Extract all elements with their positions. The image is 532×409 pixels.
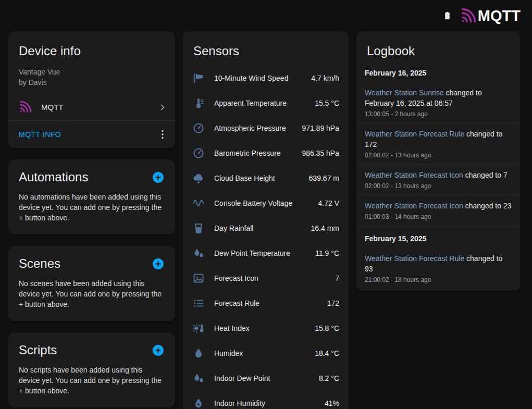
sensor-value: 15.5 °C [315, 99, 339, 107]
logbook-list: February 16, 2025 Weather Station Sunris… [356, 60, 521, 289]
sensor-row[interactable]: % Indoor Humidity 41% [183, 391, 349, 409]
plus-circle-icon [152, 344, 165, 357]
mqtt-signal-icon [460, 8, 476, 24]
sensor-row[interactable]: Humidex 18.4 °C [183, 341, 349, 366]
logbook-entry-time: 13:00:05 - 2 hours ago [365, 110, 512, 118]
scripts-empty-text: No scripts have been added using this de… [8, 357, 175, 407]
mqtt-signal-icon [19, 101, 32, 114]
sensors-title: Sensors [183, 31, 349, 66]
water-drops-icon [192, 372, 205, 385]
kebab-menu-icon[interactable] [156, 128, 169, 141]
logbook-entity-link[interactable]: Weather Station Sunrise [365, 89, 444, 97]
list-bulleted-icon [192, 297, 205, 309]
sensor-name: Forecast Rule [214, 299, 318, 307]
sensor-value: 18.4 °C [315, 349, 339, 357]
sensor-list: 10-Minute Wind Speed 4.7 km/h Apparent T… [183, 66, 349, 409]
scripts-head: Scripts [8, 332, 175, 357]
sensor-name: 10-Minute Wind Speed [214, 74, 302, 82]
scenes-empty-text: No scenes have been added using this dev… [8, 271, 175, 321]
logbook-entry: Weather Station Forecast Rule changed to… [356, 248, 521, 289]
battery-icon [443, 8, 452, 23]
sensor-name: Barometric Pressure [214, 149, 292, 157]
logbook-entity-link[interactable]: Weather Station Forecast Rule [365, 130, 464, 138]
thermometer-lines-icon [192, 97, 205, 109]
add-automation-button[interactable] [152, 171, 165, 184]
scripts-title: Scripts [19, 343, 57, 357]
sensor-value: 4.7 km/h [311, 74, 339, 82]
sensor-value: 172 [327, 299, 339, 307]
sensor-row[interactable]: 10-Minute Wind Speed 4.7 km/h [183, 66, 349, 91]
middle-column: Sensors 10-Minute Wind Speed 4.7 km/h Ap… [183, 31, 349, 409]
logbook-action-text: changed to 7 [463, 171, 508, 179]
sensor-row[interactable]: Apparent Temperature 15.5 °C [183, 91, 349, 116]
device-info-title: Device info [19, 44, 165, 58]
sensor-row[interactable]: Atmospheric Pressure 971.89 hPa [183, 116, 349, 141]
sensor-name: Indoor Dew Point [214, 374, 310, 382]
scenes-title: Scenes [19, 256, 60, 271]
device-model: Vantage Vue [19, 67, 165, 77]
sensor-row[interactable]: Forecast Icon 7 [183, 266, 349, 291]
sensor-value: 16.4 mm [311, 224, 339, 232]
add-scene-button[interactable] [152, 257, 165, 270]
logbook-entry-time: 21:00:02 - 18 hours ago [365, 276, 512, 283]
add-script-button[interactable] [152, 344, 165, 357]
mqtt-connection-label: MQTT [41, 103, 148, 111]
sensor-value: 15.8 °C [315, 324, 339, 332]
sensor-name: Atmospheric Pressure [214, 124, 292, 132]
sensor-value: 11.9 °C [315, 249, 339, 257]
logbook-entry: Weather Station Forecast Rule changed to… [356, 123, 521, 165]
sensor-row[interactable]: Console Battery Voltage 4.72 V [183, 191, 349, 216]
sensor-value: 971.89 hPa [302, 124, 339, 132]
sensor-name: Cloud Base Height [214, 174, 300, 182]
sensor-row[interactable]: Day Rainfall 16.4 mm [183, 216, 349, 241]
scenes-head: Scenes [8, 246, 175, 271]
automations-title: Automations [19, 170, 88, 184]
sensor-row[interactable]: Barometric Pressure 986.35 hPa [183, 141, 349, 166]
sensor-name: Humidex [214, 349, 305, 357]
mqtt-info-button[interactable]: MQTT INFO [19, 130, 61, 139]
image-icon [192, 272, 205, 284]
logbook-entry: Weather Station Forecast Icon changed to… [356, 165, 521, 195]
water-drops-icon [192, 247, 205, 259]
device-info-head: Device info Vantage Vue by Davis [8, 31, 175, 88]
logbook-card: Logbook February 16, 2025 Weather Statio… [356, 31, 521, 291]
device-info-actions: MQTT INFO [8, 121, 175, 148]
sensor-name: Console Battery Voltage [214, 199, 309, 207]
water-percent-icon: % [192, 397, 205, 409]
sensor-row[interactable]: Cloud Base Height 639.67 m [183, 166, 349, 191]
sensor-name: Indoor Humidity [214, 399, 315, 407]
logbook-entity-link[interactable]: Weather Station Forecast Icon [365, 202, 463, 210]
mqtt-logo-text: MQTT [478, 7, 521, 24]
logbook-entry-time: 02:00:02 - 13 hours ago [365, 152, 512, 159]
windsock-icon [192, 72, 205, 84]
sensor-name: Apparent Temperature [214, 99, 305, 107]
logbook-entity-link[interactable]: Weather Station Forecast Rule [365, 254, 464, 263]
sensor-row[interactable]: Indoor Dew Point 8.2 °C [183, 366, 349, 391]
sensor-row[interactable]: Heat Index 15.8 °C [183, 316, 349, 341]
logbook-entry: Weather Station Forecast Icon changed to… [356, 195, 521, 226]
right-column: Logbook February 16, 2025 Weather Statio… [356, 31, 521, 291]
mqtt-logo: MQTT [460, 7, 521, 24]
scripts-card: Scripts No scripts have been added using… [8, 332, 175, 407]
cloud-arrow-down-icon [192, 172, 205, 184]
sensor-row[interactable]: Forecast Rule 172 [183, 291, 349, 316]
device-info-card: Device info Vantage Vue by Davis MQTT MQ… [8, 31, 175, 148]
sensor-value: 639.67 m [309, 174, 339, 182]
sensor-row[interactable]: Dew Point Temperature 11.9 °C [183, 241, 349, 266]
mqtt-connection-row[interactable]: MQTT [8, 94, 175, 120]
scenes-card: Scenes No scenes have been added using t… [8, 246, 175, 321]
device-page: Device info Vantage Vue by Davis MQTT MQ… [0, 28, 532, 409]
gauge-icon [192, 147, 205, 159]
sensor-value: 4.72 V [318, 199, 339, 207]
automations-empty-text: No automations have been added using thi… [8, 184, 175, 234]
logbook-entity-link[interactable]: Weather Station Forecast Icon [365, 171, 463, 179]
svg-text:%: % [197, 402, 201, 407]
cup-water-icon [192, 222, 205, 234]
logbook-entry: Weather Station Sunrise changed to Febru… [356, 82, 521, 123]
sun-thermometer-icon [192, 322, 205, 334]
device-manufacturer: by Davis [19, 77, 165, 88]
automations-head: Automations [8, 159, 175, 184]
logbook-entry-time: 01:00:03 - 14 hours ago [365, 213, 512, 220]
automations-card: Automations No automations have been add… [8, 159, 175, 234]
sensor-name: Dew Point Temperature [214, 249, 306, 257]
